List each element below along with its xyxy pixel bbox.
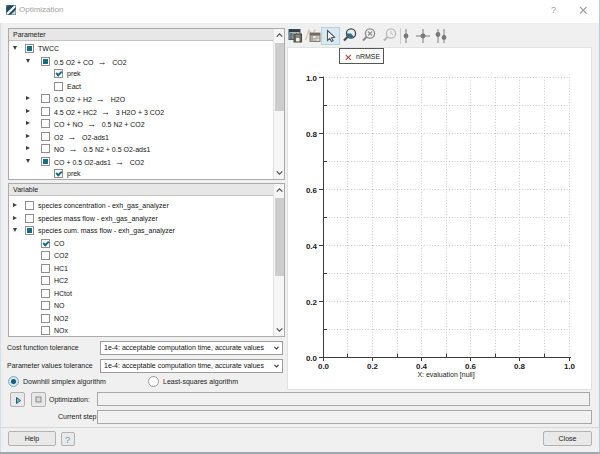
svg-text:0.2: 0.2 [367, 362, 379, 371]
svg-text:0.8: 0.8 [514, 362, 526, 371]
svg-text:0.6: 0.6 [306, 186, 318, 195]
svg-text:X: evaluation [null]: X: evaluation [null] [417, 371, 474, 379]
svg-text:0.0: 0.0 [318, 362, 330, 371]
svg-text:0.2: 0.2 [306, 298, 318, 307]
svg-text:1.0: 1.0 [564, 362, 576, 371]
svg-text:0.0: 0.0 [306, 354, 318, 363]
svg-text:0.4: 0.4 [416, 362, 428, 371]
svg-text:0.6: 0.6 [465, 362, 477, 371]
svg-text:1.0: 1.0 [306, 74, 318, 83]
svg-text:0.8: 0.8 [306, 130, 318, 139]
svg-text:0.4: 0.4 [306, 242, 318, 251]
